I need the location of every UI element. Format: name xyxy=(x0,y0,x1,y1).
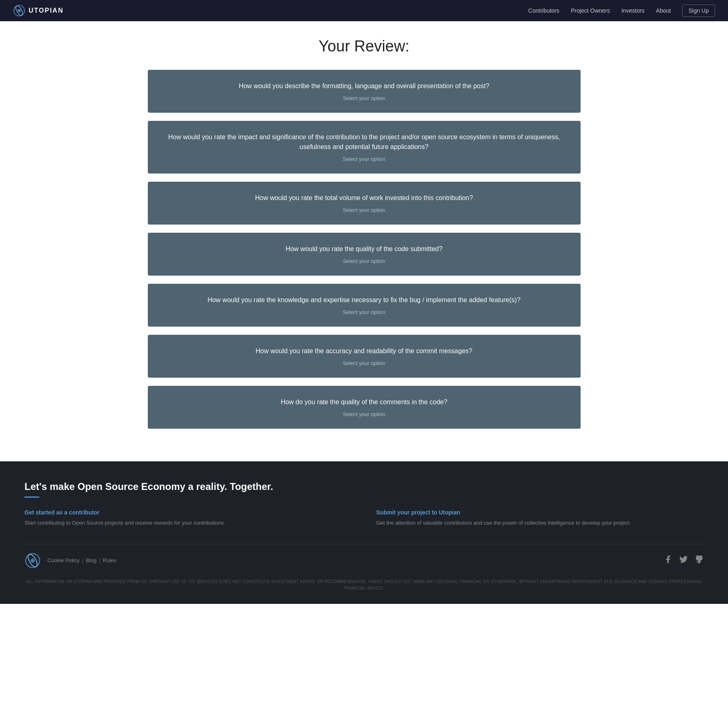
footer-bottom: Cookie Policy | Blog | Rules xyxy=(24,544,704,569)
question-text-1: How would you describe the formatting, l… xyxy=(164,81,564,91)
footer-col-1: Get started as a contributor Start contr… xyxy=(24,509,352,527)
question-card-3[interactable]: How would you rate the total volume of w… xyxy=(148,182,581,225)
question-text-6: How would you rate the accuracy and read… xyxy=(164,346,564,356)
nav-project-owners[interactable]: Project Owners xyxy=(571,7,610,14)
nav-contributors[interactable]: Contributors xyxy=(528,7,559,14)
facebook-icon[interactable] xyxy=(663,555,672,566)
footer-blog[interactable]: Blog xyxy=(86,557,96,563)
nav-signup[interactable]: Sign Up xyxy=(682,4,715,17)
main-content: Your Review: How would you describe the … xyxy=(140,21,589,461)
navbar: UTOPIAN Contributors Project Owners Inve… xyxy=(0,0,728,21)
nav-links: Contributors Project Owners Investors Ab… xyxy=(528,4,715,17)
question-text-2: How would you rate the impact and signif… xyxy=(164,132,564,152)
select-option-6: Select your option xyxy=(164,360,564,366)
footer-col-2: Submit your project to Utopian Get the a… xyxy=(376,509,704,527)
footer-sep-2: | xyxy=(99,557,100,563)
logo-icon xyxy=(13,4,25,17)
footer-tagline: Let's make Open Source Economy a reality… xyxy=(24,481,704,492)
page-title: Your Review: xyxy=(148,38,581,55)
footer-divider xyxy=(24,496,39,498)
logo-text: UTOPIAN xyxy=(29,7,64,14)
footer-social xyxy=(663,555,704,566)
footer-columns: Get started as a contributor Start contr… xyxy=(24,509,704,527)
footer-contributor-link[interactable]: Get started as a contributor xyxy=(24,509,352,516)
footer-contributor-desc: Start contributing to Open Source projec… xyxy=(24,519,352,527)
question-card-7[interactable]: How do you rate the quality of the comme… xyxy=(148,386,581,429)
question-card-6[interactable]: How would you rate the accuracy and read… xyxy=(148,335,581,378)
question-card-2[interactable]: How would you rate the impact and signif… xyxy=(148,121,581,174)
select-option-4: Select your option xyxy=(164,258,564,264)
svg-point-2 xyxy=(18,9,21,12)
select-option-1: Select your option xyxy=(164,95,564,101)
select-option-7: Select your option xyxy=(164,411,564,417)
logo[interactable]: UTOPIAN xyxy=(13,4,64,17)
question-text-7: How do you rate the quality of the comme… xyxy=(164,397,564,407)
nav-about[interactable]: About xyxy=(656,7,671,14)
footer-logo-area: Cookie Policy | Blog | Rules xyxy=(24,552,116,569)
footer-cookie-policy[interactable]: Cookie Policy xyxy=(47,557,80,563)
question-card-5[interactable]: How would you rate the knowledge and exp… xyxy=(148,284,581,327)
select-option-5: Select your option xyxy=(164,309,564,315)
footer: Let's make Open Source Economy a reality… xyxy=(0,461,728,604)
question-text-4: How would you rate the quality of the co… xyxy=(164,244,564,254)
question-text-3: How would you rate the total volume of w… xyxy=(164,193,564,203)
github-icon[interactable] xyxy=(695,555,704,566)
select-option-2: Select your option xyxy=(164,156,564,162)
footer-project-desc: Get the attention of valuable contributo… xyxy=(376,519,704,527)
svg-point-5 xyxy=(31,559,35,563)
twitter-icon[interactable] xyxy=(679,555,688,566)
footer-sep-1: | xyxy=(82,557,83,563)
footer-bottom-links: Cookie Policy | Blog | Rules xyxy=(47,557,116,563)
question-card-4[interactable]: How would you rate the quality of the co… xyxy=(148,233,581,276)
select-option-3: Select your option xyxy=(164,207,564,213)
question-text-5: How would you rate the knowledge and exp… xyxy=(164,295,564,305)
footer-logo-icon xyxy=(24,552,41,569)
footer-rules[interactable]: Rules xyxy=(103,557,116,563)
footer-project-link[interactable]: Submit your project to Utopian xyxy=(376,509,704,516)
nav-investors[interactable]: Investors xyxy=(621,7,645,14)
footer-disclaimer: ALL INFORMATION ON UTOPIAN AND PROVIDED … xyxy=(24,579,704,592)
question-card-1[interactable]: How would you describe the formatting, l… xyxy=(148,70,581,113)
